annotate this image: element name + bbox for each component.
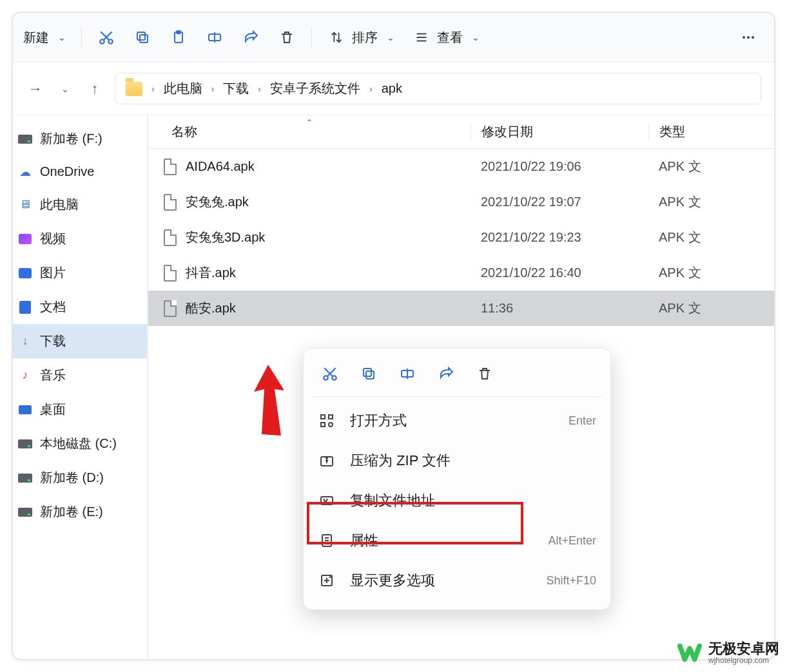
sidebar-item-label: 文档 [40, 298, 66, 316]
context-menu-label: 压缩为 ZIP 文件 [350, 451, 451, 470]
file-icon [164, 194, 177, 211]
history-dropdown[interactable]: ⌄ [55, 79, 75, 99]
context-menu-item[interactable]: 显示更多选项 Shift+F10 [304, 561, 610, 600]
paste-button[interactable] [163, 24, 194, 50]
delete-button[interactable] [271, 24, 302, 50]
column-type[interactable]: 类型 [648, 123, 774, 140]
sidebar-item-label: 此电脑 [40, 196, 79, 213]
file-icon [164, 158, 177, 175]
context-menu-label: 属性 [350, 531, 378, 550]
file-rows: AIDA64.apk 2021/10/22 19:06 APK 文 安兔兔.ap… [148, 149, 774, 326]
file-row[interactable]: 酷安.apk 11:36 APK 文 [148, 291, 774, 326]
context-menu-label: 打开方式 [350, 411, 407, 430]
breadcrumb-segment[interactable]: 下载 [223, 80, 249, 97]
view-button[interactable]: 查看 ⌄ [406, 24, 486, 50]
forward-button[interactable]: → [26, 79, 45, 99]
cut-icon [97, 28, 115, 46]
chevron-right-icon: › [369, 84, 373, 94]
breadcrumb-segment[interactable]: 此电脑 [164, 80, 202, 97]
breadcrumb-segment[interactable]: 安卓子系统文件 [270, 80, 360, 97]
rename-icon[interactable] [398, 364, 417, 383]
sidebar-item[interactable]: 文档 [13, 290, 147, 324]
svg-rect-15 [321, 415, 325, 419]
sidebar-item-label: 下载 [40, 332, 66, 350]
sidebar-item-label: OneDrive [40, 164, 94, 179]
copy-icon[interactable] [359, 364, 378, 383]
svg-rect-16 [329, 415, 333, 419]
file-date: 2021/10/22 16:40 [471, 265, 648, 280]
svg-point-0 [100, 39, 104, 44]
separator [311, 396, 603, 397]
sidebar-item[interactable]: ↓下载 [13, 324, 147, 358]
sidebar-item-label: 新加卷 (D:) [40, 469, 104, 486]
cut-icon[interactable] [320, 364, 340, 383]
file-icon [164, 265, 177, 282]
cut-button[interactable] [91, 24, 122, 50]
column-name[interactable]: ⌃ 名称 [148, 123, 471, 140]
chevron-down-icon: ⌄ [58, 32, 66, 43]
file-name: 酷安.apk [186, 300, 236, 317]
sidebar-item-label: 本地磁盘 (C:) [40, 435, 117, 452]
up-button[interactable]: ↑ [85, 79, 104, 99]
file-name: 安兔兔.apk [186, 193, 249, 211]
file-name: AIDA64.apk [186, 159, 255, 174]
context-menu-item[interactable]: 复制文件地址 [304, 481, 610, 521]
file-row[interactable]: AIDA64.apk 2021/10/22 19:06 APK 文 [148, 149, 774, 184]
paste-icon [170, 28, 188, 46]
svg-point-7 [743, 36, 745, 39]
context-menu-item[interactable]: 打开方式 Enter [304, 401, 610, 441]
sidebar-item[interactable]: 本地磁盘 (C:) [13, 427, 147, 461]
context-menu-label: 显示更多选项 [350, 571, 435, 590]
chevron-right-icon: › [258, 84, 261, 94]
more-button[interactable] [733, 24, 764, 50]
ellipsis-icon [739, 28, 757, 46]
column-type-label: 类型 [659, 124, 685, 139]
sidebar-item-label: 新加卷 (F:) [40, 130, 102, 148]
folder-icon [126, 82, 142, 96]
context-menu-item[interactable]: 压缩为 ZIP 文件 [304, 441, 610, 481]
file-row[interactable]: 安兔兔3D.apk 2021/10/22 19:23 APK 文 [148, 220, 774, 255]
props-icon [318, 532, 336, 550]
sort-caret-icon: ⌃ [306, 118, 313, 127]
column-date[interactable]: 修改日期 [471, 123, 648, 140]
breadcrumb-segment[interactable]: apk [382, 81, 402, 96]
sidebar-item[interactable]: 图片 [13, 256, 147, 290]
sidebar-item[interactable]: 桌面 [13, 392, 147, 427]
svg-rect-12 [366, 371, 374, 379]
svg-rect-17 [321, 423, 325, 427]
file-row[interactable]: 安兔兔.apk 2021/10/22 19:07 APK 文 [148, 184, 774, 220]
breadcrumb[interactable]: › 此电脑 › 下载 › 安卓子系统文件 › apk [115, 73, 761, 104]
file-type: APK 文 [648, 229, 774, 246]
svg-point-1 [108, 39, 113, 44]
sidebar-item[interactable]: 新加卷 (D:) [13, 461, 147, 495]
more-icon [318, 571, 336, 590]
openwith-icon [318, 412, 336, 430]
context-menu-item[interactable]: 属性 Alt+Enter [304, 521, 610, 561]
sidebar-item-label: 视频 [40, 230, 66, 247]
sidebar-item-label: 图片 [40, 264, 66, 282]
watermark: 无极安卓网 wjhotelgroup.com [677, 641, 779, 666]
sidebar-item[interactable]: 🖥此电脑 [13, 187, 147, 222]
share-icon[interactable] [436, 364, 456, 383]
new-button[interactable]: 新建 ⌄ [17, 25, 72, 50]
sidebar-item[interactable]: 新加卷 (E:) [13, 495, 147, 529]
sidebar-item-label: 新加卷 (E:) [40, 503, 103, 521]
file-row[interactable]: 抖音.apk 2021/10/22 16:40 APK 文 [148, 255, 774, 291]
context-menu: 打开方式 Enter 压缩为 ZIP 文件 复制文件地址 属性 Alt+Ente… [303, 348, 611, 610]
watermark-title: 无极安卓网 [708, 642, 779, 656]
file-type: APK 文 [648, 300, 774, 317]
copy-button[interactable] [127, 24, 158, 50]
share-button[interactable] [235, 24, 266, 50]
sidebar-item[interactable]: ♪音乐 [13, 358, 147, 392]
sidebar-item[interactable]: ☁OneDrive [13, 156, 147, 187]
share-icon [242, 28, 260, 46]
context-toolbar [304, 355, 610, 394]
sort-button[interactable]: 排序 ⌄ [321, 24, 401, 50]
column-name-label: 名称 [171, 124, 197, 139]
file-date: 2021/10/22 19:23 [471, 230, 648, 245]
file-type: APK 文 [648, 158, 774, 175]
sidebar-item[interactable]: 视频 [13, 222, 147, 256]
rename-button[interactable] [199, 24, 230, 50]
sidebar-item[interactable]: 新加卷 (F:) [13, 122, 147, 156]
trash-icon[interactable] [475, 364, 494, 383]
